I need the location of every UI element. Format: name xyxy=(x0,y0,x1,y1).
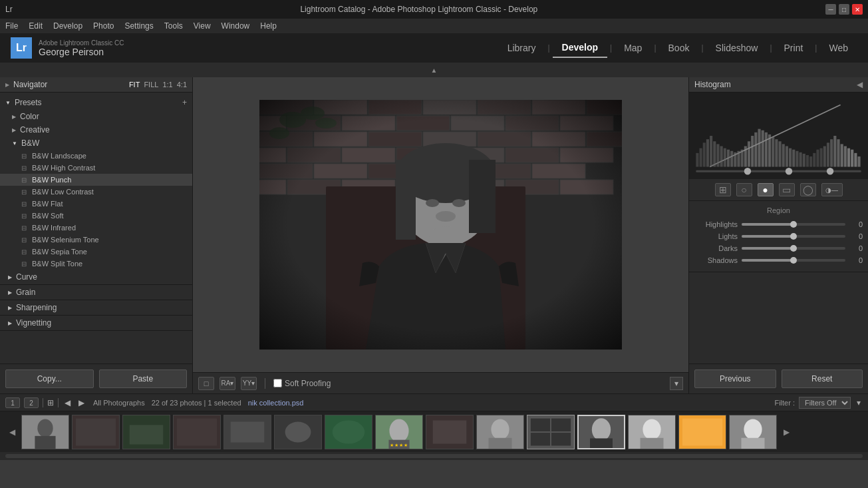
film-thumb-2[interactable] xyxy=(72,415,120,449)
film-thumb-11[interactable] xyxy=(527,415,575,449)
add-preset-button[interactable]: + xyxy=(182,98,187,107)
svg-rect-73 xyxy=(744,146,747,167)
zoom-4-1[interactable]: 4:1 xyxy=(177,81,187,89)
presets-header[interactable]: ▼ Presets + xyxy=(0,95,192,110)
menu-view[interactable]: View xyxy=(194,21,211,31)
film-thumb-10[interactable] xyxy=(476,415,524,449)
film-thumb-9[interactable] xyxy=(426,415,474,449)
film-thumb-13[interactable] xyxy=(678,415,726,449)
filmstrip-grid-icon[interactable]: ⊞ xyxy=(47,398,54,407)
menu-edit[interactable]: Edit xyxy=(29,21,43,31)
filmstrip-prev-btn[interactable]: ◀ xyxy=(63,398,72,407)
copy-button[interactable]: Copy... xyxy=(5,369,94,388)
svg-rect-80 xyxy=(768,134,771,167)
film-thumb-6[interactable] xyxy=(274,415,322,449)
menu-file[interactable]: File xyxy=(5,21,18,31)
menu-photo[interactable]: Photo xyxy=(93,21,114,31)
menu-help[interactable]: Help xyxy=(260,21,277,31)
film-thumb-8[interactable]: ★★★★ xyxy=(375,415,423,449)
view-compare-button[interactable]: YY▾ xyxy=(241,377,257,390)
preset-group-bw[interactable]: ▼ B&W xyxy=(0,136,192,150)
filmstrip-collapse[interactable]: ▾ xyxy=(855,398,863,407)
previous-button[interactable]: Previous xyxy=(694,369,776,388)
preset-bw-high-contrast[interactable]: ⊟ B&W High Contrast xyxy=(0,162,192,174)
scrollbar-track[interactable] xyxy=(5,454,863,458)
zoom-fill[interactable]: FILL xyxy=(144,81,158,89)
nav-print[interactable]: Print xyxy=(775,39,813,57)
darks-thumb[interactable] xyxy=(790,245,797,252)
highlights-slider[interactable] xyxy=(742,223,845,226)
preset-bw-infrared[interactable]: ⊟ B&W Infrared xyxy=(0,222,192,234)
nav-web[interactable]: Web xyxy=(819,39,857,57)
shadows-slider[interactable] xyxy=(742,259,845,262)
grain-section[interactable]: ▶ Grain xyxy=(0,285,192,300)
preset-bw-low-contrast[interactable]: ⊟ B&W Low Contrast xyxy=(0,186,192,198)
nav-develop[interactable]: Develop xyxy=(553,38,607,58)
soft-proofing-checkbox[interactable] xyxy=(273,379,282,387)
preset-group-creative[interactable]: ▶ Creative xyxy=(0,123,192,136)
filmstrip-next-btn[interactable]: ▶ xyxy=(76,398,86,407)
svg-point-110 xyxy=(827,168,833,174)
menu-develop[interactable]: Develop xyxy=(53,21,82,31)
nav-map[interactable]: Map xyxy=(615,39,651,57)
histogram-collapse-arrow[interactable]: ◀ xyxy=(857,80,863,89)
histogram-tool-oval[interactable]: ◯ xyxy=(800,183,816,196)
preset-bw-sepia[interactable]: ⊟ B&W Sepia Tone xyxy=(0,246,192,258)
vignetting-section[interactable]: ▶ Vignetting xyxy=(0,316,192,331)
film-thumb-3[interactable] xyxy=(122,415,170,449)
film-thumb-7[interactable] xyxy=(325,415,372,449)
film-thumb-1[interactable] xyxy=(21,415,69,449)
histogram-tool-rect[interactable]: ▭ xyxy=(779,183,795,196)
lights-value: 0 xyxy=(849,232,863,240)
menu-window[interactable]: Window xyxy=(221,21,250,31)
preset-group-color[interactable]: ▶ Color xyxy=(0,110,192,123)
histogram-tool-circle-filled[interactable]: ● xyxy=(758,183,774,196)
zoom-1-1[interactable]: 1:1 xyxy=(162,81,172,89)
sharpening-section[interactable]: ▶ Sharpening xyxy=(0,300,192,316)
navigator-header[interactable]: ▶ Navigator FIT FILL 1:1 4:1 xyxy=(0,77,192,93)
paste-button[interactable]: Paste xyxy=(99,369,188,388)
film-thumb-14[interactable] xyxy=(729,415,777,449)
highlights-thumb[interactable] xyxy=(790,221,797,228)
filter-dropdown[interactable]: Filters Off xyxy=(799,397,851,409)
nav-library[interactable]: Library xyxy=(498,39,545,57)
menu-settings[interactable]: Settings xyxy=(124,21,153,31)
view-options-dropdown[interactable]: ▾ xyxy=(670,377,683,390)
menu-tools[interactable]: Tools xyxy=(164,21,183,31)
film-thumb-5[interactable] xyxy=(223,415,271,449)
svg-rect-138 xyxy=(551,432,571,445)
collapse-top-arrow[interactable]: ▲ xyxy=(431,67,438,74)
preset-bw-split-tone[interactable]: ⊟ B&W Split Tone xyxy=(0,258,192,270)
view-single-button[interactable]: □ xyxy=(198,377,214,390)
view-layout-button[interactable]: RA▾ xyxy=(219,377,235,390)
film-thumb-12[interactable] xyxy=(628,415,676,449)
histogram-tool-circle[interactable]: ○ xyxy=(736,183,752,196)
shadows-thumb[interactable] xyxy=(790,257,797,264)
lights-slider[interactable] xyxy=(742,235,845,238)
film-thumb-left-arrow[interactable]: ◀ xyxy=(5,415,19,449)
darks-slider[interactable] xyxy=(742,247,845,250)
shadows-label: Shadows xyxy=(694,256,738,264)
close-button[interactable]: ✕ xyxy=(852,4,863,15)
nav-slideshow[interactable]: Slideshow xyxy=(706,39,768,57)
curve-section[interactable]: ▶ Curve xyxy=(0,270,192,285)
zoom-fit[interactable]: FIT xyxy=(129,81,140,89)
preset-bw-selenium[interactable]: ⊟ B&W Selenium Tone xyxy=(0,234,192,246)
film-thumb-selected[interactable] xyxy=(577,415,625,449)
lights-thumb[interactable] xyxy=(790,233,797,240)
histogram-tool-grid[interactable]: ⊞ xyxy=(715,183,731,196)
minimize-button[interactable]: ─ xyxy=(825,4,836,15)
maximize-button[interactable]: □ xyxy=(839,4,849,15)
filmstrip-tab-2[interactable]: 2 xyxy=(24,397,39,408)
histogram-tool-toggle[interactable]: ◑— xyxy=(821,183,843,196)
nav-book[interactable]: Book xyxy=(659,39,699,57)
reset-button[interactable]: Reset xyxy=(782,369,863,388)
film-thumb-4[interactable] xyxy=(173,415,221,449)
preset-bw-soft[interactable]: ⊟ B&W Soft xyxy=(0,210,192,222)
filmstrip-tab-1[interactable]: 1 xyxy=(5,397,20,408)
preset-bw-landscape[interactable]: ⊟ B&W Landscape xyxy=(0,150,192,162)
preset-bw-punch[interactable]: ⊟ B&W Punch xyxy=(0,174,192,186)
film-thumb-right-arrow[interactable]: ▶ xyxy=(780,415,793,449)
preset-bw-flat[interactable]: ⊟ B&W Flat xyxy=(0,198,192,210)
user-name: George Peirson xyxy=(39,47,124,57)
